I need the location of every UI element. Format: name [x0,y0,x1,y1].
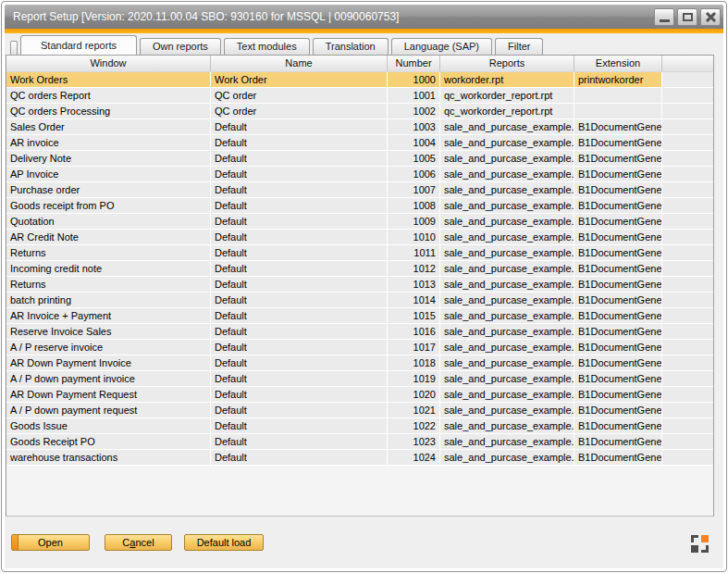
close-button[interactable] [700,8,721,26]
cell-filler [662,277,713,292]
table-row[interactable]: Work OrdersWork Order1000workorder.rptpr… [6,72,713,88]
column-header-name[interactable]: Name [211,56,388,71]
cell-number: 1004 [388,135,440,150]
cell-name: Default [211,135,388,150]
cell-number: 1007 [388,182,440,197]
cell-number: 1024 [388,450,440,465]
cell-window: Goods Receipt PO [6,434,211,449]
table-row[interactable]: A / P down payment invoiceDefault1019sal… [6,371,713,387]
cell-number: 1006 [388,167,440,181]
open-button[interactable]: Open [11,534,90,551]
table-row[interactable]: AR Invoice + PaymentDefault1015sale_and_… [6,308,713,324]
cell-reports: sale_and_purcase_example.rpt [440,418,574,433]
cell-reports: sale_and_purcase_example.rpt [440,119,574,134]
table-row[interactable]: batch printingDefault1014sale_and_purcas… [6,293,713,308]
cell-extension: B1DocumentGenera [574,151,662,166]
cell-window: Delivery Note [6,151,211,166]
table-row[interactable]: QC orders ProcessingQC order1002qc_worko… [6,104,713,119]
cancel-button[interactable]: Cancel [105,534,172,551]
tab-text-modules[interactable]: Text modules [224,38,310,55]
tab-strip-tabs: Standard reportsOwn reportsText modulesT… [20,35,546,55]
cell-window: Goods Issue [6,418,211,433]
cell-window: warehouse transactions [6,450,211,465]
tab-language-sap[interactable]: Language (SAP) [391,38,492,55]
column-header-filler [662,56,713,71]
cell-window: Sales Order [6,119,211,134]
cell-filler [662,198,713,213]
cell-window: AR Down Payment Invoice [6,355,211,370]
table-row[interactable]: QC orders ReportQC order1001qc_workorder… [6,88,713,104]
window-title: Report Setup [Version: 2020.11.00.04 SBO… [5,10,651,23]
cell-filler [662,245,713,260]
cell-window: Goods receipt from PO [6,198,211,213]
corner-icon-bracket-br [701,545,709,553]
tab-filter[interactable]: Filter [495,38,543,55]
reports-table: Window Name Number Reports Extension Wor… [6,55,714,517]
cell-extension: B1DocumentGenera [574,324,662,339]
table-row[interactable]: A / P reserve invoiceDefault1017sale_and… [6,340,713,355]
column-header-number[interactable]: Number [388,56,440,71]
cell-extension: B1DocumentGenera [574,214,662,229]
cell-filler [662,324,713,339]
table-row[interactable]: ReturnsDefault1011sale_and_purcase_examp… [6,245,713,261]
cell-number: 1005 [388,151,440,166]
cell-window: AR Down Payment Request [6,387,211,402]
cell-extension: B1DocumentGenera [574,167,662,181]
table-row[interactable]: AR Down Payment InvoiceDefault1018sale_a… [6,355,713,371]
tab-translation[interactable]: Translation [313,38,389,55]
open-button-label: Open [38,537,63,548]
cell-extension [574,104,662,118]
column-header-extension[interactable]: Extension [574,56,662,71]
minimize-button[interactable] [654,8,674,26]
cell-filler [662,104,713,118]
cell-window: A / P down payment request [6,403,211,417]
table-row[interactable]: Delivery NoteDefault1005sale_and_purcase… [6,151,713,167]
cell-reports: sale_and_purcase_example.rpt [440,182,574,197]
cell-reports: sale_and_purcase_example.rpt [440,167,574,181]
table-row[interactable]: Reserve Invoice SalesDefault1016sale_and… [6,324,713,340]
column-header-reports[interactable]: Reports [440,56,574,71]
cell-number: 1013 [388,277,440,292]
cell-number: 1023 [388,434,440,449]
titlebar[interactable]: Report Setup [Version: 2020.11.00.04 SBO… [5,5,723,29]
table-body: Work OrdersWork Order1000workorder.rptpr… [6,72,713,466]
cell-reports: qc_workorder_report.rpt [440,88,574,103]
table-row[interactable]: AR Down Payment RequestDefault1020sale_a… [6,387,713,403]
cell-filler [662,403,713,417]
cell-reports: sale_and_purcase_example.rpt [440,324,574,339]
cell-reports: sale_and_purcase_example.rpt [440,387,574,402]
table-header: Window Name Number Reports Extension [6,56,713,72]
screen: Report Setup [Version: 2020.11.00.04 SBO… [0,0,728,573]
tab-standard-reports[interactable]: Standard reports [20,35,137,55]
cell-window: AP Invoice [6,167,211,181]
table-row[interactable]: Goods IssueDefault1022sale_and_purcase_e… [6,418,713,434]
column-header-window[interactable]: Window [6,56,211,71]
table-row[interactable]: Sales OrderDefault1003sale_and_purcase_e… [6,119,713,135]
cell-name: Default [211,198,388,213]
cell-reports: sale_and_purcase_example.rpt [440,403,574,417]
table-row[interactable]: Purchase orderDefault1007sale_and_purcas… [6,182,713,198]
cell-window: QC orders Report [6,88,211,103]
table-row[interactable]: Incoming credit noteDefault1012sale_and_… [6,261,713,277]
table-row[interactable]: AP InvoiceDefault1006sale_and_purcase_ex… [6,167,713,182]
cell-filler [662,72,713,87]
table-row[interactable]: QuotationDefault1009sale_and_purcase_exa… [6,214,713,230]
cell-name: Default [211,230,388,244]
cell-name: Default [211,293,388,307]
table-row[interactable]: AR Credit NoteDefault1010sale_and_purcas… [6,230,713,245]
cell-filler [662,293,713,307]
default-load-button[interactable]: Default load [184,534,264,551]
table-row[interactable]: ReturnsDefault1013sale_and_purcase_examp… [6,277,713,293]
tab-own-reports[interactable]: Own reports [140,38,221,55]
table-row[interactable]: Goods receipt from PODefault1008sale_and… [6,198,713,214]
table-row[interactable]: AR invoiceDefault1004sale_and_purcase_ex… [6,135,713,151]
table-row[interactable]: warehouse transactionsDefault1024sale_an… [6,450,713,466]
cell-number: 1012 [388,261,440,276]
maximize-button[interactable] [677,8,697,26]
table-row[interactable]: A / P down payment requestDefault1021sal… [6,403,713,418]
cell-name: Default [211,340,388,355]
cell-reports: sale_and_purcase_example.rpt [440,340,574,355]
sap-b1-extension-icon[interactable] [691,535,709,553]
table-row[interactable]: Goods Receipt PODefault1023sale_and_purc… [6,434,713,450]
tab-scroll-stub [10,41,18,55]
